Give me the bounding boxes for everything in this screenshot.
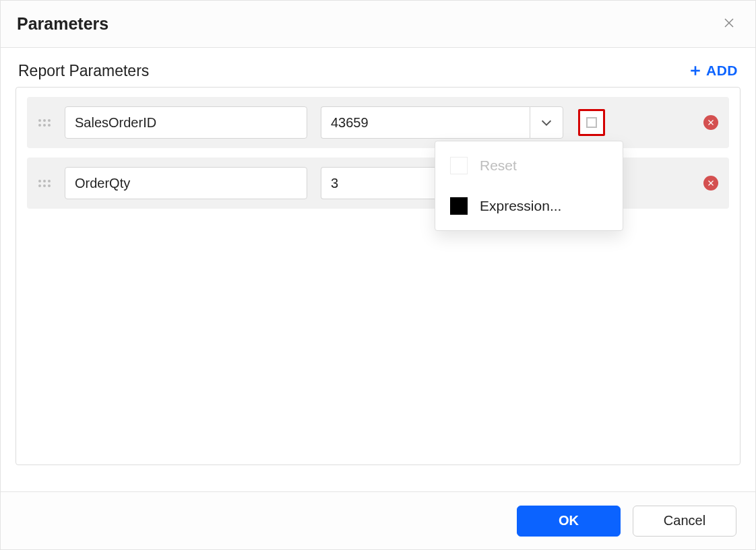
plus-icon [689, 65, 701, 77]
parameter-value-input[interactable] [321, 106, 530, 139]
blank-icon [450, 157, 468, 174]
delete-button[interactable] [703, 176, 718, 191]
close-icon[interactable] [719, 13, 739, 36]
expression-button[interactable] [578, 109, 605, 136]
expression-icon [450, 197, 468, 215]
popup-item-label: Reset [480, 158, 517, 174]
dialog-title: Parameters [17, 14, 108, 34]
drag-handle-icon[interactable] [38, 180, 51, 187]
parameter-value-select [321, 106, 563, 139]
parameter-row [27, 158, 729, 209]
add-button[interactable]: ADD [689, 63, 738, 79]
square-icon [586, 117, 597, 128]
dialog-body: Report Parameters ADD [1, 48, 755, 465]
parameters-panel [15, 87, 741, 465]
parameter-row [27, 97, 729, 148]
close-icon [707, 179, 715, 187]
section-header: Report Parameters ADD [15, 57, 741, 87]
dropdown-toggle[interactable] [530, 106, 563, 139]
section-title: Report Parameters [18, 62, 149, 80]
cancel-button[interactable]: Cancel [633, 506, 736, 537]
parameters-dialog: Parameters Report Parameters ADD [0, 0, 756, 550]
close-icon [707, 118, 715, 127]
parameter-name-input[interactable] [65, 106, 307, 139]
dialog-header: Parameters [1, 1, 755, 48]
add-button-label: ADD [706, 63, 738, 79]
expression-popup: Reset Expression... [435, 141, 623, 231]
drag-handle-icon[interactable] [38, 119, 51, 127]
popup-item-reset: Reset [435, 145, 623, 186]
chevron-down-icon [539, 115, 554, 130]
dialog-footer: OK Cancel [1, 491, 755, 549]
parameter-name-input[interactable] [65, 167, 307, 199]
popup-item-expression[interactable]: Expression... [435, 186, 623, 226]
popup-item-label: Expression... [480, 198, 561, 214]
ok-button[interactable]: OK [517, 506, 621, 537]
delete-button[interactable] [703, 115, 718, 130]
